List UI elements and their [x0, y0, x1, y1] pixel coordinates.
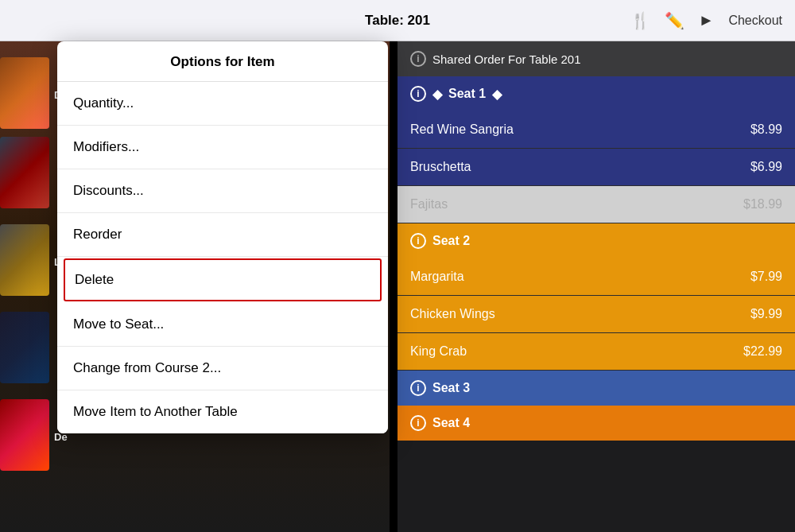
- seat4-label: Seat 4: [432, 416, 470, 430]
- item-name-bruschetta: Bruschetta: [410, 160, 471, 174]
- item-price-margarita: $7.99: [750, 270, 782, 284]
- item-name-chicken-wings: Chicken Wings: [410, 307, 495, 321]
- item-price-chicken-wings: $9.99: [750, 307, 782, 321]
- item-price-red-wine: $8.99: [750, 122, 782, 137]
- move-table-option[interactable]: Move Item to Another Table: [57, 390, 388, 433]
- reorder-option[interactable]: Reorder: [57, 213, 388, 257]
- seat4-header[interactable]: i Seat 4: [398, 406, 795, 441]
- shared-order-label: Shared Order For Table 201: [432, 52, 581, 66]
- seat2-info-icon[interactable]: i: [410, 233, 426, 249]
- seat2-header[interactable]: i Seat 2: [398, 223, 795, 258]
- change-course-option[interactable]: Change from Course 2...: [57, 347, 388, 390]
- quantity-option[interactable]: Quantity...: [57, 82, 388, 126]
- options-popup: Options for Item Quantity... Modifiers..…: [57, 41, 388, 433]
- table-title: Table: 201: [365, 13, 430, 29]
- order-panel: i Shared Order For Table 201 i ◆ Seat 1 …: [398, 41, 795, 532]
- utensils-icon[interactable]: 🍴: [630, 11, 650, 30]
- item-name-red-wine: Red Wine Sangria: [410, 122, 514, 137]
- shared-order-info-icon[interactable]: i: [410, 51, 426, 67]
- food-image-4: [0, 312, 49, 383]
- seat3-info-icon[interactable]: i: [410, 380, 426, 396]
- order-item-red-wine[interactable]: Red Wine Sangria $8.99: [398, 111, 795, 149]
- order-item-bruschetta[interactable]: Bruschetta $6.99: [398, 149, 795, 186]
- item-name-king-crab: King Crab: [410, 344, 467, 359]
- discounts-option[interactable]: Discounts...: [57, 169, 388, 213]
- item-name-margarita: Margarita: [410, 270, 464, 284]
- food-image-3: [0, 224, 49, 296]
- food-image-1: [0, 57, 49, 129]
- order-item-fajitas[interactable]: Fajitas $18.99: [398, 186, 795, 223]
- shared-order-header: i Shared Order For Table 201: [398, 41, 795, 76]
- order-item-king-crab[interactable]: King Crab $22.99: [398, 333, 795, 371]
- order-item-margarita[interactable]: Margarita $7.99: [398, 258, 795, 296]
- food-image-2: [0, 137, 49, 208]
- seat1-label: Seat 1: [448, 87, 486, 101]
- checkout-button[interactable]: Checkout: [728, 14, 782, 28]
- modifiers-option[interactable]: Modifiers...: [57, 126, 388, 169]
- seat1-header[interactable]: i ◆ Seat 1 ◆: [398, 76, 795, 111]
- move-seat-option[interactable]: Move to Seat...: [57, 303, 388, 347]
- item-name-fajitas: Fajitas: [410, 197, 448, 212]
- seat4-info-icon[interactable]: i: [410, 415, 426, 431]
- food-image-5: [0, 399, 49, 471]
- seat3-header[interactable]: i Seat 3: [398, 371, 795, 406]
- send-icon[interactable]: ►: [699, 11, 715, 29]
- seat1-info-icon[interactable]: i: [410, 86, 426, 102]
- order-item-chicken-wings[interactable]: Chicken Wings $9.99: [398, 296, 795, 333]
- item-price-fajitas: $18.99: [743, 197, 782, 212]
- seat3-label: Seat 3: [432, 381, 470, 395]
- seat2-label: Seat 2: [432, 234, 470, 248]
- item-price-king-crab: $22.99: [743, 344, 782, 359]
- edit-icon[interactable]: ✏️: [665, 11, 684, 30]
- header-actions: 🍴 ✏️ ► Checkout: [630, 11, 782, 30]
- app-header: Table: 201 🍴 ✏️ ► Checkout: [0, 0, 795, 41]
- delete-option[interactable]: Delete: [64, 258, 382, 301]
- seat1-diamond-left: ◆: [432, 87, 442, 102]
- seat1-diamond-right: ◆: [492, 87, 502, 102]
- item-price-bruschetta: $6.99: [750, 160, 782, 174]
- options-popup-title: Options for Item: [57, 41, 388, 82]
